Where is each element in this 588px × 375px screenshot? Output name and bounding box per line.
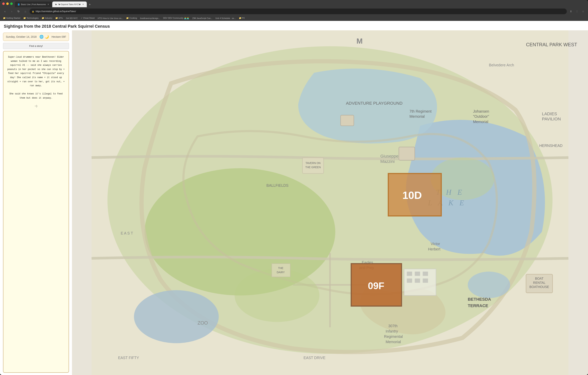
- svg-text:E A S T: E A S T: [121, 231, 133, 235]
- map-area: T H E L A K E BETHESDA TERRACE CENTRAL P…: [72, 30, 588, 375]
- downloads-icon[interactable]: ⬇: [568, 9, 574, 14]
- nav-actions: ⬇ ⋮ ☆: [568, 9, 586, 14]
- svg-text:EAST FIFTY: EAST FIFTY: [118, 356, 139, 360]
- story-card: Super-loud drummers near Beethoven! Olde…: [3, 51, 69, 373]
- back-button[interactable]: ‹: [2, 9, 8, 14]
- page-title: Sightings from the 2018 Central Park Squ…: [4, 24, 584, 29]
- tab-squirrel-close[interactable]: ✕: [82, 3, 84, 6]
- date-text: Sunday, October 14, 2018: [6, 35, 37, 38]
- window-controls: [2, 2, 13, 5]
- minimize-button[interactable]: [6, 2, 9, 5]
- svg-text:Giuseppe: Giuseppe: [380, 154, 399, 158]
- svg-text:Memorial: Memorial: [386, 340, 401, 344]
- svg-rect-45: [407, 278, 412, 283]
- moon-icon: 🌙: [45, 35, 49, 39]
- svg-rect-47: [423, 278, 428, 283]
- svg-text:THE: THE: [278, 266, 284, 270]
- bookmark-zim[interactable]: ZIM JavaScript Can...: [191, 17, 213, 20]
- bookmark-icon[interactable]: ☆: [580, 9, 586, 14]
- svg-rect-5: [399, 147, 415, 160]
- bookmark-bradtraversy[interactable]: bradtraversy/design...: [139, 17, 161, 20]
- svg-text:Memorial: Memorial: [410, 114, 425, 119]
- svg-text:TAVERN ON: TAVERN ON: [305, 162, 321, 165]
- svg-rect-44: [423, 272, 428, 276]
- maximize-button[interactable]: [10, 2, 13, 5]
- svg-text:LADIES: LADIES: [542, 111, 557, 116]
- bookmark-p4[interactable]: 📁 P4: [238, 16, 245, 20]
- svg-rect-46: [415, 278, 420, 283]
- bookmark-tmux[interactable]: HTG How to Use tmux on...: [97, 17, 124, 20]
- nav-bar: ‹ › ↻ ⌂ 🔒 https://sormiston.github.io/Sq…: [0, 7, 588, 16]
- refresh-button[interactable]: ↻: [16, 9, 21, 14]
- svg-point-2: [145, 168, 335, 295]
- globe-icon: 🌐: [39, 35, 43, 39]
- bookmark-ga-sei[interactable]: GA SEI NYC: [65, 17, 78, 20]
- svg-text:TERRACE: TERRACE: [468, 303, 488, 308]
- svg-text:Infantry: Infantry: [386, 329, 398, 333]
- svg-text:Memorial: Memorial: [473, 120, 488, 124]
- bookmarks-bar: 📁 Getting Started 📁 Technologies 📁 Indus…: [0, 16, 588, 21]
- svg-text:BOAT: BOAT: [535, 277, 544, 280]
- title-bar: 📘 Basic Use | Font Awesome ✕ 🐿 🐿 Squirre…: [0, 0, 588, 7]
- svg-text:Regimental: Regimental: [384, 334, 403, 339]
- svg-text:BETHESDA: BETHESDA: [468, 297, 491, 302]
- address-bar[interactable]: 🔒 https://sormiston.github.io/SquirrelTa…: [30, 9, 567, 14]
- svg-text:10D: 10D: [402, 189, 422, 201]
- address-text: https://sormiston.github.io/SquirrelTale…: [36, 10, 565, 13]
- tab-squirrel-icon: 🐿: [54, 3, 57, 6]
- svg-point-10: [468, 272, 510, 298]
- svg-text:EAST DRIVE: EAST DRIVE: [304, 356, 326, 360]
- svg-text:09F: 09F: [368, 280, 384, 291]
- tab-fontawesome-close[interactable]: ✕: [47, 3, 50, 6]
- tabs-bar: 📘 Basic Use | Font Awesome ✕ 🐿 🐿 Squirre…: [15, 0, 586, 7]
- svg-text:PAVILION: PAVILION: [542, 117, 561, 121]
- svg-text:Herbert: Herbert: [428, 247, 441, 251]
- home-button[interactable]: ⌂: [23, 9, 28, 14]
- page-main: Sunday, October 14, 2018 🌐 🌙 Hectare 09F…: [0, 30, 588, 375]
- bookmark-technologies[interactable]: 📁 Technologies: [22, 16, 39, 20]
- map-svg: T H E L A K E BETHESDA TERRACE CENTRAL P…: [72, 30, 588, 375]
- svg-text:THE GREEN: THE GREEN: [305, 166, 321, 169]
- svg-text:7th Regiment: 7th Regiment: [410, 109, 432, 113]
- tab-squirrel-label: 🐿 Squirrel Tales NYC🐿: [58, 3, 81, 5]
- bookmark-unit4[interactable]: Unit 4 Schedule · se...: [215, 17, 237, 20]
- bookmark-cooking[interactable]: 📁 Cooking: [126, 16, 138, 20]
- hectare-text: Hectare 09F: [52, 35, 66, 38]
- story-text: Super-loud drummers near Beethoven! Olde…: [7, 55, 65, 109]
- svg-text:ADVENTURE PLAYGROUND: ADVENTURE PLAYGROUND: [346, 101, 403, 106]
- icons-group: 🌐 🌙: [39, 35, 49, 39]
- bookmark-getting-started[interactable]: 📁 Getting Started: [2, 16, 21, 20]
- svg-text:M: M: [357, 37, 363, 45]
- extensions-icon[interactable]: ⋮: [574, 9, 580, 14]
- bookmark-apis[interactable]: 📁 APIs: [54, 16, 64, 20]
- svg-text:BOATHOUSE: BOATHOUSE: [529, 285, 549, 289]
- tab-fontawesome[interactable]: 📘 Basic Use | Font Awesome ✕: [15, 1, 52, 7]
- bookmark-dev-community[interactable]: DEV DEV Community 👩‍💻👨‍💻: [162, 16, 190, 20]
- svg-text:DAIRY: DAIRY: [277, 271, 285, 274]
- forward-button[interactable]: ›: [9, 9, 14, 14]
- bookmark-industry[interactable]: 📁 Industry: [41, 16, 53, 20]
- svg-rect-58: [272, 264, 290, 277]
- story-panel: Sunday, October 14, 2018 🌐 🌙 Hectare 09F…: [0, 30, 72, 375]
- svg-text:Victor: Victor: [430, 242, 440, 246]
- bookmark-cheat-sheet[interactable]: ✓ Cheat Sheet: [80, 16, 95, 20]
- lock-icon: 🔒: [32, 11, 34, 12]
- tab-fontawesome-icon: 📘: [17, 3, 20, 6]
- svg-rect-42: [407, 272, 412, 276]
- svg-point-9: [134, 290, 219, 343]
- browser-window: 📘 Basic Use | Font Awesome ✕ 🐿 🐿 Squirre…: [0, 0, 588, 375]
- svg-text:RENTAL: RENTAL: [533, 281, 545, 285]
- svg-text:BALLFIELDS: BALLFIELDS: [266, 183, 288, 188]
- svg-text:Belvedere Arch: Belvedere Arch: [489, 63, 514, 67]
- svg-rect-43: [415, 272, 420, 276]
- close-button[interactable]: [2, 2, 5, 5]
- svg-text:Johansen: Johansen: [473, 109, 489, 113]
- tab-fontawesome-label: Basic Use | Font Awesome: [21, 3, 46, 5]
- new-tab-button[interactable]: +: [87, 2, 93, 7]
- find-story-button[interactable]: Find a story!: [3, 43, 69, 49]
- tab-squirrel[interactable]: 🐿 🐿 Squirrel Tales NYC🐿 ✕: [52, 1, 87, 7]
- svg-text:Mazzini: Mazzini: [380, 159, 395, 164]
- page-header: Sightings from the 2018 Central Park Squ…: [0, 21, 588, 30]
- svg-text:307th: 307th: [388, 324, 398, 328]
- date-hectare-bar: Sunday, October 14, 2018 🌐 🌙 Hectare 09F: [3, 33, 69, 41]
